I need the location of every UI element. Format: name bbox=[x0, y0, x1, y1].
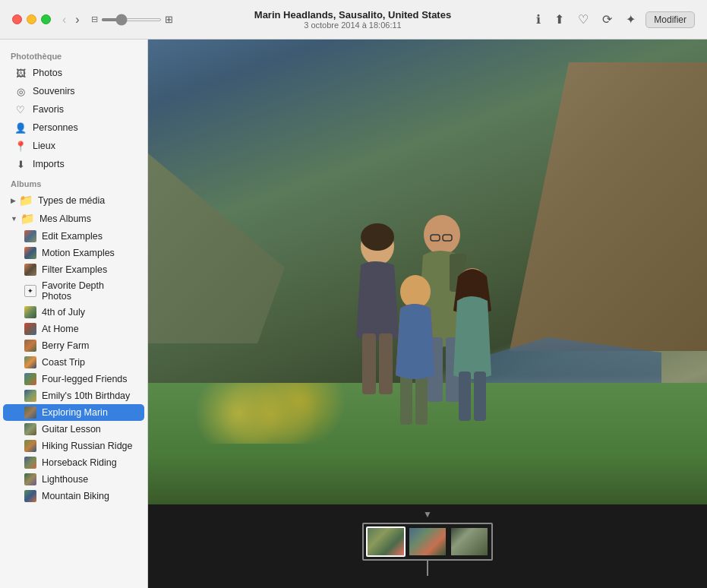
maximize-button[interactable] bbox=[41, 14, 51, 24]
exploring-marin-label: Exploring Marin bbox=[42, 407, 108, 418]
titlebar-right: ℹ ⬆ ♡ ⟳ ✦ Modifier bbox=[532, 10, 695, 29]
sidebar-item-coast-trip[interactable]: Coast Trip bbox=[3, 354, 144, 371]
sidebar-item-favoris[interactable]: ♡ Favoris bbox=[3, 100, 144, 119]
share-button[interactable]: ⬆ bbox=[551, 10, 568, 29]
photos-icon: 🖼 bbox=[14, 66, 27, 80]
at-home-label: At Home bbox=[42, 324, 79, 334]
sidebar: Photothèque 🖼 Photos ◎ Souvenirs ♡ Favor… bbox=[0, 40, 148, 588]
horseback-thumb bbox=[24, 457, 36, 469]
sidebar-item-photos-label: Photos bbox=[33, 68, 62, 78]
rotate-button[interactable]: ⟳ bbox=[598, 10, 616, 29]
thumbnail-2-image bbox=[409, 528, 446, 555]
motion-examples-thumb bbox=[24, 247, 36, 259]
main-layout: Photothèque 🖼 Photos ◎ Souvenirs ♡ Favor… bbox=[0, 40, 707, 588]
main-photo[interactable] bbox=[148, 40, 707, 504]
photo-background bbox=[148, 40, 707, 504]
thumbnail-3-image bbox=[451, 528, 488, 555]
mes-albums-label: Mes Albums bbox=[39, 213, 91, 224]
sidebar-item-hiking-russian[interactable]: Hiking Russian Ridge bbox=[3, 438, 144, 454]
berry-farm-thumb bbox=[24, 340, 36, 352]
album-group-mes-albums[interactable]: ▼ 📁 Mes Albums bbox=[3, 210, 144, 228]
sidebar-item-favorite-depth[interactable]: ✦ Favorite Depth Photos bbox=[3, 278, 144, 304]
sidebar-item-berry-farm[interactable]: Berry Farm bbox=[3, 337, 144, 354]
svg-rect-11 bbox=[400, 371, 412, 425]
horseback-label: Horseback Riding bbox=[42, 457, 117, 468]
four-legged-label: Four-legged Friends bbox=[42, 374, 128, 384]
zoom-in-icon: ⊞ bbox=[165, 14, 173, 25]
berry-farm-label: Berry Farm bbox=[42, 340, 90, 351]
sidebar-item-souvenirs[interactable]: ◎ Souvenirs bbox=[3, 82, 144, 100]
thumbnail-1-image bbox=[368, 528, 404, 555]
sidebar-item-personnes-label: Personnes bbox=[33, 122, 78, 133]
sidebar-item-photos[interactable]: 🖼 Photos bbox=[3, 64, 144, 82]
minimize-button[interactable] bbox=[27, 14, 36, 24]
mountain-biking-label: Mountain Biking bbox=[42, 491, 109, 501]
svg-rect-3 bbox=[379, 334, 393, 394]
zoom-slider[interactable] bbox=[101, 18, 162, 21]
guitar-lesson-label: Guitar Lesson bbox=[42, 424, 101, 435]
lighthouse-thumb bbox=[24, 473, 36, 485]
svg-rect-12 bbox=[415, 371, 428, 425]
photo-subtitle: 3 octobre 2014 à 18:06:11 bbox=[173, 21, 533, 30]
coast-trip-label: Coast Trip bbox=[42, 357, 85, 368]
svg-point-1 bbox=[361, 223, 394, 251]
types-media-chevron: ▶ bbox=[11, 197, 16, 204]
sidebar-item-lieux[interactable]: 📍 Lieux bbox=[3, 137, 144, 155]
4th-july-thumb bbox=[24, 306, 36, 318]
sidebar-item-personnes[interactable]: 👤 Personnes bbox=[3, 119, 144, 137]
favorite-button[interactable]: ♡ bbox=[574, 10, 592, 29]
four-legged-thumb bbox=[24, 373, 36, 385]
imports-icon: ⬇ bbox=[14, 157, 27, 171]
types-media-folder-icon: 📁 bbox=[19, 194, 33, 207]
flowers bbox=[194, 383, 346, 444]
sidebar-item-lieux-label: Lieux bbox=[33, 141, 55, 151]
svg-point-4 bbox=[424, 215, 460, 254]
album-group-types-media[interactable]: ▶ 📁 Types de média bbox=[3, 191, 144, 210]
types-media-label: Types de média bbox=[38, 195, 105, 206]
titlebar: ‹ › ⊟ ⊞ Marin Headlands, Sausalito, Unit… bbox=[0, 0, 707, 40]
souvenirs-icon: ◎ bbox=[14, 84, 27, 98]
magic-wand-button[interactable]: ✦ bbox=[622, 10, 639, 29]
lieux-icon: 📍 bbox=[14, 139, 27, 153]
sidebar-item-four-legged[interactable]: Four-legged Friends bbox=[3, 371, 144, 387]
sidebar-item-souvenirs-label: Souvenirs bbox=[33, 86, 75, 96]
strip-connector-line bbox=[427, 561, 428, 576]
edit-examples-thumb bbox=[24, 230, 36, 242]
sidebar-item-lighthouse[interactable]: Lighthouse bbox=[3, 471, 144, 488]
modify-button[interactable]: Modifier bbox=[645, 11, 695, 28]
edit-examples-label: Edit Examples bbox=[42, 231, 103, 242]
favorite-depth-label: Favorite Depth Photos bbox=[42, 280, 134, 302]
thumbnail-strip bbox=[362, 523, 493, 561]
sidebar-item-edit-examples[interactable]: Edit Examples bbox=[3, 228, 144, 245]
thumbnail-strip-area: ▼ bbox=[148, 504, 707, 588]
sidebar-item-imports-label: Imports bbox=[33, 159, 65, 169]
sidebar-item-imports[interactable]: ⬇ Imports bbox=[3, 155, 144, 173]
sidebar-item-exploring-marin[interactable]: Exploring Marin bbox=[3, 404, 144, 421]
close-button[interactable] bbox=[12, 14, 22, 24]
4th-july-label: 4th of July bbox=[42, 307, 85, 318]
info-button[interactable]: ℹ bbox=[532, 10, 544, 29]
emily-bday-label: Emily's 10th Birthday bbox=[42, 390, 130, 401]
personnes-icon: 👤 bbox=[14, 121, 27, 134]
nav-forward-button[interactable]: › bbox=[71, 11, 83, 28]
exploring-marin-thumb bbox=[24, 406, 36, 419]
photo-title: Marin Headlands, Sausalito, United State… bbox=[173, 9, 533, 21]
sidebar-item-mountain-biking[interactable]: Mountain Biking bbox=[3, 488, 144, 504]
hiking-russian-thumb bbox=[24, 440, 36, 452]
filter-examples-label: Filter Examples bbox=[42, 264, 107, 275]
sidebar-item-horseback[interactable]: Horseback Riding bbox=[3, 454, 144, 471]
sidebar-item-filter-examples[interactable]: Filter Examples bbox=[3, 261, 144, 278]
titlebar-left: ‹ › ⊟ ⊞ bbox=[12, 11, 173, 28]
thumbnail-3[interactable] bbox=[450, 526, 489, 557]
family-silhouette bbox=[332, 201, 544, 444]
sidebar-item-favoris-label: Favoris bbox=[33, 104, 64, 115]
thumbnail-2[interactable] bbox=[408, 526, 447, 557]
sidebar-item-4th-july[interactable]: 4th of July bbox=[3, 304, 144, 321]
sidebar-item-motion-examples[interactable]: Motion Examples bbox=[3, 245, 144, 261]
sidebar-item-emily-bday[interactable]: Emily's 10th Birthday bbox=[3, 387, 144, 404]
thumbnail-1[interactable] bbox=[366, 526, 406, 557]
sidebar-item-guitar-lesson[interactable]: Guitar Lesson bbox=[3, 421, 144, 438]
zoom-out-icon: ⊟ bbox=[91, 14, 98, 24]
nav-back-button[interactable]: ‹ bbox=[58, 11, 70, 28]
sidebar-item-at-home[interactable]: At Home bbox=[3, 321, 144, 337]
